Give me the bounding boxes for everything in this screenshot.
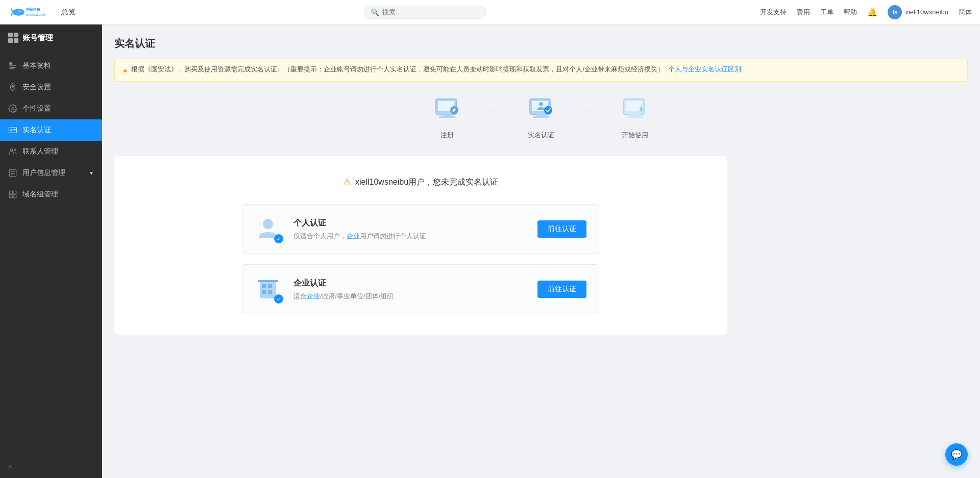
main-card: ⚠ xiell10wsneibu用户，您未完成实名认证 ✓ 个人认证 (114, 156, 727, 335)
svg-rect-48 (262, 290, 266, 294)
avatar: Ie (888, 5, 902, 19)
svg-rect-47 (268, 284, 272, 288)
svg-rect-43 (627, 116, 643, 118)
svg-rect-7 (9, 68, 14, 69)
step-register: 注册 (431, 94, 463, 140)
sidebar-item-user-info[interactable]: 用户信息管理 ▼ (0, 162, 102, 184)
sidebar-item-domain-groups[interactable]: 域名组管理 (0, 184, 102, 205)
svg-point-9 (12, 108, 14, 110)
grid-icon (8, 33, 18, 43)
enterprise-warning-link[interactable]: 企业 (347, 232, 360, 240)
alert-text: 根据《国安法》，购买及使用资源需完成实名认证。（重要提示：企业账号请勿进行个人实… (131, 64, 664, 75)
personal-check-badge: ✓ (274, 234, 283, 243)
enterprise-auth-desc: 适合企业/政府/事业单位/团体/组织 (293, 292, 527, 301)
sidebar-item-contacts[interactable]: 联系人管理 (0, 141, 102, 162)
sidebar-header: 账号管理 (0, 24, 102, 51)
search-icon: 🔍 (371, 8, 379, 16)
sidebar-collapse[interactable]: « (0, 454, 102, 478)
enterprise-auth-button[interactable]: 前往认证 (537, 281, 586, 298)
notice-warning-icon: ⚠ (343, 177, 351, 188)
user-info[interactable]: Ie xiell10wsneibu (888, 5, 948, 19)
sidebar-label-basic-info: 基本资料 (22, 61, 51, 70)
steps-container: 注册 (114, 94, 968, 140)
personal-auth-desc: 仅适合个人用户，企业用户请勿进行个人认证 (293, 232, 527, 241)
settings-icon (8, 104, 17, 113)
svg-rect-6 (9, 67, 16, 68)
alert-link[interactable]: 个人与企业实名认证区别 (668, 64, 741, 75)
enterprise-link[interactable]: 企业 (307, 292, 320, 300)
notice-row: ⚠ xiell10wsneibu用户，您未完成实名认证 (127, 177, 715, 188)
logo-icon: 网宿科技 WANGSU.COM (8, 4, 49, 20)
svg-point-15 (14, 149, 16, 151)
sidebar-title: 账号管理 (22, 33, 53, 43)
svg-rect-4 (9, 62, 12, 65)
svg-point-1 (19, 10, 20, 12)
sidebar-item-personal[interactable]: 个性设置 (0, 98, 102, 119)
search-box[interactable]: 🔍 (364, 6, 486, 19)
computer-use-icon (620, 97, 650, 123)
sidebar-item-basic-info[interactable]: 基本资料 (0, 55, 102, 77)
svg-rect-22 (9, 195, 12, 198)
step-start-use: 开始使用 (619, 94, 651, 140)
person-icon (8, 61, 17, 70)
svg-rect-21 (13, 191, 16, 194)
sidebar-item-real-name[interactable]: 实名认证 (0, 119, 102, 141)
svg-marker-39 (593, 111, 593, 111)
alert-banner: ● 根据《国安法》，购买及使用资源需完成实名认证。（重要提示：企业账号请勿进行个… (114, 59, 968, 82)
sidebar-label-real-name: 实名认证 (22, 125, 51, 135)
content-area: 实名认证 ● 根据《国安法》，购买及使用资源需完成实名认证。（重要提示：企业账号… (102, 24, 980, 478)
svg-rect-5 (9, 65, 16, 66)
enterprise-auth-info: 企业认证 适合企业/政府/事业单位/团体/组织 (293, 278, 527, 301)
svg-rect-16 (9, 169, 16, 177)
personal-auth-icon-area: ✓ (255, 215, 283, 243)
logo-area: 网宿科技 WANGSU.COM 总览 (8, 4, 90, 20)
svg-point-8 (12, 85, 14, 88)
svg-rect-35 (533, 116, 549, 118)
svg-point-11 (10, 129, 12, 131)
float-chat-button[interactable]: 💬 (945, 443, 968, 466)
step-register-icon (431, 94, 463, 127)
svg-point-37 (544, 106, 552, 114)
user-info-icon (8, 168, 17, 178)
svg-point-44 (263, 219, 273, 229)
collapse-icon: « (8, 462, 12, 470)
search-input[interactable] (382, 8, 480, 16)
computer-register-icon (432, 97, 462, 123)
bell-icon[interactable]: 🔔 (867, 7, 877, 17)
step-start-use-label: 开始使用 (622, 131, 648, 140)
svg-rect-42 (630, 114, 640, 116)
svg-rect-26 (442, 114, 452, 116)
step-arrow-2 (557, 110, 619, 123)
svg-point-14 (11, 149, 13, 152)
svg-marker-31 (499, 111, 499, 111)
sidebar-label-security: 安全设置 (22, 83, 51, 92)
work-order-link[interactable]: 工单 (820, 8, 834, 17)
chat-icon: 💬 (951, 449, 962, 460)
dev-support-link[interactable]: 开发支持 (760, 8, 787, 17)
personal-auth-title: 个人认证 (293, 218, 527, 229)
svg-point-36 (539, 102, 543, 106)
arrow-icon: ▼ (89, 170, 94, 176)
warning-icon: ● (123, 65, 127, 76)
svg-text:WANGSU.COM: WANGSU.COM (26, 13, 45, 16)
fees-link[interactable]: 费用 (797, 8, 810, 17)
step-arrow-1 (463, 110, 525, 123)
contacts-icon (8, 147, 17, 156)
help-link[interactable]: 帮助 (844, 8, 857, 17)
shield-icon (8, 83, 17, 92)
svg-rect-10 (9, 128, 17, 133)
top-navigation: 网宿科技 WANGSU.COM 总览 🔍 开发支持 费用 工单 帮助 🔔 Ie … (0, 0, 980, 24)
personal-auth-button[interactable]: 前往认证 (537, 220, 586, 238)
auth-card-enterprise: ✓ 企业认证 适合企业/政府/事业单位/团体/组织 前往认证 (242, 264, 599, 314)
nav-right: 开发支持 费用 工单 帮助 🔔 Ie xiell10wsneibu 简体 (760, 5, 972, 19)
step-register-label: 注册 (440, 131, 454, 140)
step-real-name-icon (525, 94, 557, 127)
sidebar-item-security[interactable]: 安全设置 (0, 77, 102, 98)
language-switcher[interactable]: 简体 (959, 8, 972, 17)
computer-auth-icon (526, 97, 556, 123)
sidebar-label-domain-groups: 域名组管理 (22, 190, 58, 199)
personal-auth-info: 个人认证 仅适合个人用户，企业用户请勿进行个人认证 (293, 218, 527, 241)
sidebar-menu: 基本资料 安全设置 个性设置 实名认证 联系人管理 (0, 51, 102, 454)
nav-overview[interactable]: 总览 (57, 8, 80, 17)
sidebar-label-contacts: 联系人管理 (22, 147, 58, 156)
